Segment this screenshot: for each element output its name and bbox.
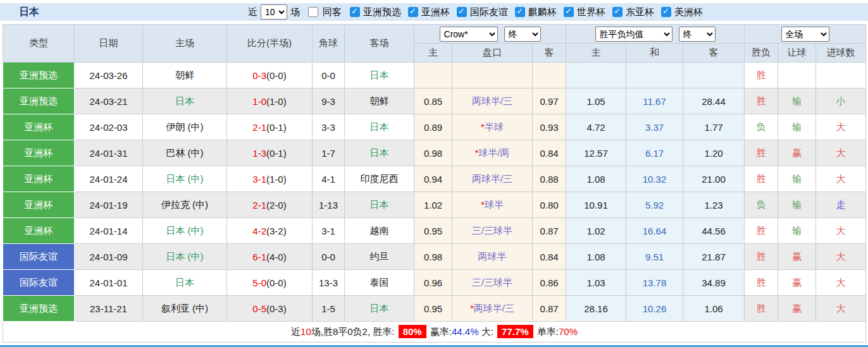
home-team-cell: 叙利亚 (中) (143, 296, 227, 322)
away-team-cell: 日本 (345, 114, 414, 140)
odds-time-select-2[interactable]: 终 (679, 27, 716, 42)
date-cell: 24-03-26 (75, 63, 143, 88)
result-goals-cell: 小 (816, 88, 866, 114)
subheader-odds-away: 客 (533, 44, 566, 63)
score-cell: 3-1(1-0) (227, 166, 313, 192)
fulltime-score: 0-3 (252, 70, 266, 81)
result-goals-cell: 大 (816, 140, 866, 166)
handicap-name: 半球 (485, 121, 504, 132)
result-handicap-cell: 赢 (778, 140, 816, 166)
away-odds-cell: 0.87 (533, 296, 566, 322)
competition-checkbox-label: 东亚杯 (626, 6, 654, 18)
avg-odds-group: 胜平负均值 终 (566, 25, 745, 44)
avg-draw-cell: 5.92 (626, 192, 683, 218)
result-handicap-cell: 输 (778, 88, 816, 114)
away-team-cell: 越南 (345, 218, 414, 244)
odds-time-select-1[interactable]: 终 (504, 27, 541, 42)
scope-select[interactable]: 全场 (781, 27, 829, 42)
home-team-cell: 伊拉克 (中) (143, 192, 227, 218)
competition-checkbox[interactable] (350, 7, 360, 17)
away-odds-cell: 0.93 (533, 114, 566, 140)
handicap-cell: 三/三球半 (452, 270, 533, 296)
odds-company-group: Crow* 终 (414, 25, 566, 44)
avg-away-cell: 34.89 (683, 270, 745, 296)
top-filter-bar: 日本 近 10 场 同客 亚洲预选亚洲杯国际友谊麒麟杯世界杯东亚杯美洲杯 (0, 3, 868, 21)
result-wdl-cell: 胜 (745, 140, 778, 166)
summary-prefix: 近 (291, 326, 301, 337)
home-odds-cell: 0.98 (414, 140, 452, 166)
table-row: 国际友谊24-01-01日本5-0(0-0)13-3泰国0.96三/三球半0.8… (3, 270, 866, 296)
handicap-cell: *球半/两 (452, 140, 533, 166)
competition-badge: 亚洲杯 (3, 218, 75, 244)
away-odds-cell: 0.97 (533, 88, 566, 114)
subheader-avg-home: 主 (566, 44, 626, 63)
handicap-cell: 两球半/三 (452, 88, 533, 114)
avg-home-cell: 1.08 (566, 244, 626, 270)
home-team-cell: 伊朗 (中) (143, 114, 227, 140)
away-odds-cell: 0.88 (533, 166, 566, 192)
odds-company-select[interactable]: Crow* (440, 27, 498, 42)
avg-home-cell (566, 63, 626, 88)
competition-checkbox[interactable] (515, 7, 525, 17)
halftime-score: (3-2) (266, 226, 287, 236)
result-handicap-cell (778, 63, 816, 88)
competition-checkbox[interactable] (408, 7, 418, 17)
handicap-name: 两球半/三 (474, 303, 514, 314)
table-row: 亚洲杯24-01-31巴林 (中)1-3(0-1)1-7日本0.98*球半/两0… (3, 140, 866, 166)
away-odds-cell: 0.86 (533, 270, 566, 296)
handicap-cell: *两球半/三 (452, 296, 533, 322)
date-cell: 23-11-21 (75, 296, 143, 322)
date-cell: 24-01-31 (75, 140, 143, 166)
home-odds-cell: 0.98 (414, 244, 452, 270)
result-wdl-cell: 胜 (745, 63, 778, 88)
date-cell: 24-01-24 (75, 166, 143, 192)
result-goals-cell: 大 (816, 244, 866, 270)
result-handicap-cell: 输 (778, 218, 816, 244)
result-handicap-cell: 输 (778, 114, 816, 140)
single-rate-label: 单率: (537, 326, 559, 337)
date-cell: 24-01-09 (75, 244, 143, 270)
corners-cell: 4-1 (313, 166, 345, 192)
result-handicap-cell: 赢 (778, 296, 816, 322)
recent-count-select[interactable]: 10 (261, 4, 287, 20)
corners-cell: 3-1 (313, 218, 345, 244)
fulltime-score: 4-2 (252, 226, 266, 236)
competition-checkbox[interactable] (564, 7, 574, 17)
result-handicap-cell: 赢 (778, 270, 816, 296)
corners-cell: 13-3 (313, 270, 345, 296)
matches-label: 场 (290, 6, 300, 18)
home-team-cell: 日本 (143, 270, 227, 296)
header-corners: 角球 (313, 25, 345, 63)
table-row: 国际友谊24-01-09日本 (中)6-1(4-0)0-0约旦0.98两球半0.… (3, 244, 866, 270)
table-row: 亚洲预选24-03-21日本1-0(1-0)9-3朝鲜0.85两球半/三0.97… (3, 88, 866, 114)
away-team-cell: 日本 (345, 140, 414, 166)
home-team-cell: 朝鲜 (143, 63, 227, 88)
avg-home-cell: 10.91 (566, 192, 626, 218)
avg-draw-cell: 16.64 (626, 218, 683, 244)
competition-checkbox-label: 美洲杯 (674, 6, 703, 18)
competition-checkbox[interactable] (612, 7, 623, 17)
avg-odds-select[interactable]: 胜平负均值 (595, 27, 673, 42)
competition-checkbox[interactable] (457, 7, 467, 17)
away-team-cell: 约旦 (345, 244, 414, 270)
subheader-handicap: 盘口 (452, 44, 533, 63)
handicap-name: 球半 (485, 199, 504, 210)
competition-checkbox[interactable] (661, 7, 671, 17)
avg-home-cell: 1.03 (566, 270, 626, 296)
avg-away-cell: 21.87 (683, 244, 745, 270)
subheader-let: 让球 (778, 44, 816, 63)
result-wdl-cell: 胜 (745, 166, 778, 192)
away-team-cell: 朝鲜 (345, 88, 414, 114)
same-venue-checkbox[interactable] (308, 7, 318, 17)
avg-draw-cell: 3.37 (626, 114, 683, 140)
handicap-name: 两球半 (478, 251, 507, 262)
home-odds-cell: 0.89 (414, 114, 452, 140)
away-odds-cell: 0.84 (533, 140, 566, 166)
table-row: 亚洲杯24-01-19伊拉克 (中)2-1(2-0)1-13日本1.02*球半0… (3, 192, 866, 218)
summary-cell: 近10场,胜8平0负2, 胜率: 80% 赢率:44.4% 大: 77.7% 单… (3, 322, 866, 343)
subheader-avg-draw: 和 (626, 44, 683, 63)
home-team-cell: 日本 (中) (143, 218, 227, 244)
competition-badge: 亚洲杯 (3, 166, 75, 192)
big-rate-label: 大: (481, 326, 493, 337)
corners-cell: 1-7 (313, 140, 345, 166)
